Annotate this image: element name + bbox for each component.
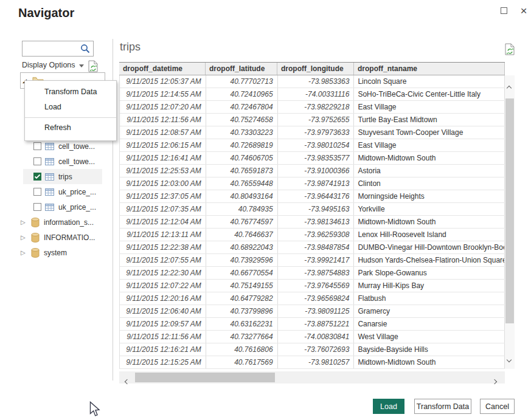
- horizontal-scrollbar-thumb[interactable]: [135, 373, 275, 382]
- table-cell: 9/11/2015 12:08:57 AM: [120, 126, 206, 139]
- table-cell: Stuyvesant Town-Cooper Village: [354, 126, 505, 139]
- checkbox-unchecked[interactable]: [33, 203, 41, 211]
- preview-title: trips: [120, 41, 141, 53]
- database-icon: [31, 233, 40, 243]
- table-cell: 9/11/2015 12:07:22 AM: [120, 280, 206, 292]
- refresh-icon[interactable]: [88, 60, 99, 73]
- search-box[interactable]: [22, 41, 94, 57]
- tree-item-uk-price[interactable]: uk_price_...: [18, 184, 113, 199]
- column-header-dropoff-datetime[interactable]: dropoff_datetime: [119, 63, 206, 75]
- scroll-right-icon[interactable]: [492, 379, 497, 384]
- table-cell: 9/11/2015 12:06:40 AM: [120, 305, 206, 317]
- table-row: 9/11/2015 12:07:55 AM40.73929596-73.9992…: [120, 254, 505, 267]
- tree-item-uk-price[interactable]: uk_price_...: [18, 199, 113, 215]
- tree-item-label: information_s...: [44, 218, 94, 227]
- table-cell: 40.72410965: [206, 88, 278, 100]
- table-cell: 9/11/2015 12:14:55 AM: [120, 88, 206, 100]
- table-cell: 9/11/2015 12:11:56 AM: [120, 114, 206, 126]
- table-row: 9/11/2015 12:07:22 AM40.75149155-73.9764…: [120, 280, 505, 292]
- expander-collapsed-icon[interactable]: ▷: [21, 219, 28, 225]
- navigator-tree: cell_towe...cell_towe...cell_towe...trip…: [18, 123, 113, 260]
- table-row: 9/11/2015 12:15:25 AM40.7617569-73.98102…: [120, 356, 505, 369]
- tree-item-system[interactable]: ▷system: [18, 245, 113, 260]
- search-input[interactable]: [23, 41, 80, 56]
- table-cell: 40.73277664: [206, 331, 278, 343]
- table-row: 9/11/2015 12:25:53 AM40.76591873-73.9100…: [120, 165, 505, 177]
- table-cell: -73.98010254: [278, 139, 355, 151]
- expander-collapsed-icon[interactable]: ▷: [21, 249, 28, 256]
- table-cell: 9/11/2015 12:22:38 AM: [120, 241, 206, 253]
- table-cell: Flatbush: [354, 292, 505, 305]
- cancel-button[interactable]: Cancel: [480, 399, 515, 414]
- load-button[interactable]: Load: [373, 399, 404, 414]
- table-cell: 9/11/2015 12:15:25 AM: [120, 356, 206, 368]
- table-row: 9/11/2015 12:13:11 AM40.7646637-73.96259…: [120, 229, 505, 241]
- scroll-left-icon[interactable]: [125, 379, 130, 384]
- table-cell: East Village: [354, 101, 505, 113]
- expander-collapsed-icon[interactable]: ▷: [21, 234, 28, 241]
- table-cell: Lincoln Square: [354, 75, 505, 88]
- table-row: 9/11/2015 12:07:20 AM40.72467804-73.9822…: [120, 101, 505, 114]
- table-cell: -73.9495163: [278, 203, 355, 215]
- database-icon: [31, 218, 40, 227]
- maximize-button[interactable]: [496, 4, 512, 17]
- table-cell: 40.75149155: [206, 280, 278, 292]
- vertical-scrollbar-thumb[interactable]: [505, 98, 514, 323]
- table-cell: Canarsie: [354, 318, 505, 330]
- close-button[interactable]: ×: [516, 4, 531, 17]
- tree-item-trips[interactable]: trips: [18, 169, 113, 184]
- table-cell: -73.98229218: [278, 101, 355, 113]
- menu-item-load[interactable]: Load: [25, 100, 116, 115]
- preview-header: dropoff_datetimedropoff_latitudedropoff_…: [119, 62, 505, 75]
- menu-item-transform-data[interactable]: Transform Data: [25, 84, 116, 100]
- display-options-dropdown[interactable]: Display Options: [22, 61, 84, 69]
- table-cell: -73.97645569: [278, 280, 355, 292]
- tree-item-cell-towe[interactable]: cell_towe...: [18, 154, 113, 169]
- horizontal-scrollbar[interactable]: [119, 371, 505, 384]
- refresh-preview-icon[interactable]: [504, 43, 515, 56]
- table-icon: [45, 158, 54, 165]
- table-cell: 9/11/2015 12:09:57 AM: [120, 318, 206, 330]
- checkbox-unchecked[interactable]: [33, 188, 41, 196]
- scroll-down-icon[interactable]: [507, 357, 512, 362]
- table-icon: [45, 173, 54, 181]
- column-header-dropoff-ntaname[interactable]: dropoff_ntaname: [354, 63, 505, 75]
- maximize-icon: [501, 7, 507, 14]
- menu-item-refresh[interactable]: Refresh: [25, 120, 116, 136]
- checkbox-checked[interactable]: [33, 173, 41, 181]
- table-row: 9/11/2015 12:05:37 AM40.77702713-73.9853…: [120, 75, 505, 88]
- search-icon: [80, 43, 91, 54]
- table-cell: -73.98741913: [278, 177, 355, 190]
- table-cell: -73.76072693: [278, 343, 355, 356]
- table-cell: -73.98487854: [278, 241, 355, 253]
- table-cell: 40.76591873: [206, 165, 278, 177]
- tree-item-information-s[interactable]: ▷information_s...: [18, 215, 113, 230]
- tree-item-informatio[interactable]: ▷INFORMATIO...: [18, 230, 113, 245]
- table-cell: Gramercy: [354, 305, 505, 317]
- table-row: 9/11/2015 12:22:30 AM40.66770554-73.9875…: [120, 267, 505, 280]
- table-row: 9/11/2015 12:07:35 AM40.784935-73.949516…: [120, 203, 505, 216]
- table-icon: [45, 188, 54, 196]
- table-cell: 40.784935: [206, 203, 278, 215]
- checkbox-unchecked[interactable]: [33, 142, 41, 150]
- table-row: 9/11/2015 12:11:56 AM40.75274658-73.9752…: [120, 114, 505, 126]
- table-row: 9/11/2015 12:22:38 AM40.68922043-73.9848…: [120, 241, 505, 254]
- column-header-dropoff-latitude[interactable]: dropoff_latitude: [206, 63, 277, 75]
- table-cell: West Village: [354, 331, 505, 343]
- column-header-dropoff-longitude[interactable]: dropoff_longitude: [277, 63, 354, 75]
- checkbox-unchecked[interactable]: [33, 157, 41, 165]
- table-cell: Midtown-Midtown South: [354, 216, 505, 228]
- scroll-up-icon[interactable]: [507, 86, 512, 91]
- transform-data-button[interactable]: Transform Data: [414, 399, 471, 414]
- table-row: 9/11/2015 12:06:15 AM40.72689819-73.9801…: [120, 139, 505, 152]
- table-row: 9/11/2015 12:11:56 AM40.73277664-74.0083…: [120, 331, 505, 343]
- table-cell: Yorkville: [354, 203, 505, 215]
- table-cell: 40.68922043: [206, 241, 278, 253]
- table-cell: 9/11/2015 12:16:41 AM: [120, 152, 206, 164]
- table-cell: 9/11/2015 12:07:20 AM: [120, 101, 206, 113]
- table-cell: Midtown-Midtown South: [354, 152, 505, 164]
- table-cell: -73.98754883: [278, 267, 355, 279]
- tree-item-label: cell_towe...: [58, 142, 95, 151]
- vertical-scrollbar[interactable]: [505, 75, 515, 369]
- table-cell: Midtown-Midtown South: [354, 356, 505, 368]
